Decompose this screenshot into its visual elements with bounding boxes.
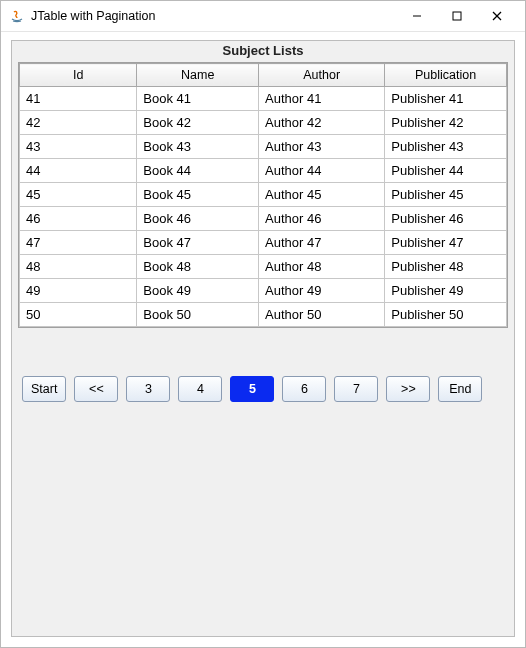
- table-row[interactable]: 47Book 47Author 47Publisher 47: [20, 231, 507, 255]
- cell-id[interactable]: 44: [20, 159, 137, 183]
- panel-title: Subject Lists: [18, 43, 508, 58]
- cell-author[interactable]: Author 43: [259, 135, 385, 159]
- data-table-wrap: Id Name Author Publication 41Book 41Auth…: [18, 62, 508, 328]
- cell-publication[interactable]: Publisher 44: [385, 159, 507, 183]
- cell-id[interactable]: 49: [20, 279, 137, 303]
- maximize-button[interactable]: [437, 1, 477, 31]
- table-row[interactable]: 48Book 48Author 48Publisher 48: [20, 255, 507, 279]
- cell-publication[interactable]: Publisher 49: [385, 279, 507, 303]
- pagination-bar: Start << 34567 >> End: [18, 376, 508, 402]
- cell-publication[interactable]: Publisher 50: [385, 303, 507, 327]
- cell-id[interactable]: 46: [20, 207, 137, 231]
- page-number-button[interactable]: 7: [334, 376, 378, 402]
- cell-publication[interactable]: Publisher 42: [385, 111, 507, 135]
- cell-id[interactable]: 45: [20, 183, 137, 207]
- table-row[interactable]: 49Book 49Author 49Publisher 49: [20, 279, 507, 303]
- cell-name[interactable]: Book 48: [137, 255, 259, 279]
- close-button[interactable]: [477, 1, 517, 31]
- window-title: JTable with Pagination: [31, 9, 155, 23]
- cell-name[interactable]: Book 46: [137, 207, 259, 231]
- cell-name[interactable]: Book 47: [137, 231, 259, 255]
- page-next-button[interactable]: >>: [386, 376, 430, 402]
- cell-name[interactable]: Book 49: [137, 279, 259, 303]
- cell-name[interactable]: Book 45: [137, 183, 259, 207]
- svg-rect-2: [453, 12, 461, 20]
- cell-name[interactable]: Book 41: [137, 87, 259, 111]
- minimize-button[interactable]: [397, 1, 437, 31]
- table-row[interactable]: 41Book 41Author 41Publisher 41: [20, 87, 507, 111]
- cell-id[interactable]: 42: [20, 111, 137, 135]
- cell-name[interactable]: Book 44: [137, 159, 259, 183]
- svg-line-3: [493, 12, 501, 20]
- cell-id[interactable]: 47: [20, 231, 137, 255]
- cell-id[interactable]: 50: [20, 303, 137, 327]
- page-number-button[interactable]: 4: [178, 376, 222, 402]
- page-number-button[interactable]: 5: [230, 376, 274, 402]
- page-number-button[interactable]: 6: [282, 376, 326, 402]
- cell-author[interactable]: Author 48: [259, 255, 385, 279]
- page-end-button[interactable]: End: [438, 376, 482, 402]
- cell-author[interactable]: Author 41: [259, 87, 385, 111]
- table-row[interactable]: 50Book 50Author 50Publisher 50: [20, 303, 507, 327]
- cell-publication[interactable]: Publisher 45: [385, 183, 507, 207]
- table-row[interactable]: 44Book 44Author 44Publisher 44: [20, 159, 507, 183]
- java-app-icon: [9, 8, 25, 24]
- table-row[interactable]: 43Book 43Author 43Publisher 43: [20, 135, 507, 159]
- cell-publication[interactable]: Publisher 46: [385, 207, 507, 231]
- col-header-publication[interactable]: Publication: [385, 64, 507, 87]
- cell-name[interactable]: Book 50: [137, 303, 259, 327]
- cell-publication[interactable]: Publisher 41: [385, 87, 507, 111]
- page-number-button[interactable]: 3: [126, 376, 170, 402]
- cell-publication[interactable]: Publisher 47: [385, 231, 507, 255]
- client-area: Subject Lists Id Name Author Publication…: [1, 32, 525, 647]
- cell-author[interactable]: Author 50: [259, 303, 385, 327]
- cell-author[interactable]: Author 46: [259, 207, 385, 231]
- cell-publication[interactable]: Publisher 48: [385, 255, 507, 279]
- col-header-name[interactable]: Name: [137, 64, 259, 87]
- cell-name[interactable]: Book 42: [137, 111, 259, 135]
- window-frame: JTable with Pagination Subject Lists Id: [0, 0, 526, 648]
- data-table: Id Name Author Publication 41Book 41Auth…: [19, 63, 507, 327]
- titlebar: JTable with Pagination: [1, 1, 525, 32]
- table-header-row: Id Name Author Publication: [20, 64, 507, 87]
- cell-author[interactable]: Author 49: [259, 279, 385, 303]
- cell-publication[interactable]: Publisher 43: [385, 135, 507, 159]
- cell-id[interactable]: 43: [20, 135, 137, 159]
- page-prev-button[interactable]: <<: [74, 376, 118, 402]
- col-header-id[interactable]: Id: [20, 64, 137, 87]
- subject-lists-panel: Subject Lists Id Name Author Publication…: [11, 40, 515, 637]
- svg-line-4: [493, 12, 501, 20]
- cell-author[interactable]: Author 42: [259, 111, 385, 135]
- cell-author[interactable]: Author 45: [259, 183, 385, 207]
- cell-id[interactable]: 41: [20, 87, 137, 111]
- table-row[interactable]: 45Book 45Author 45Publisher 45: [20, 183, 507, 207]
- table-row[interactable]: 46Book 46Author 46Publisher 46: [20, 207, 507, 231]
- cell-id[interactable]: 48: [20, 255, 137, 279]
- cell-author[interactable]: Author 47: [259, 231, 385, 255]
- table-row[interactable]: 42Book 42Author 42Publisher 42: [20, 111, 507, 135]
- cell-author[interactable]: Author 44: [259, 159, 385, 183]
- page-start-button[interactable]: Start: [22, 376, 66, 402]
- cell-name[interactable]: Book 43: [137, 135, 259, 159]
- window-controls: [397, 1, 517, 31]
- col-header-author[interactable]: Author: [259, 64, 385, 87]
